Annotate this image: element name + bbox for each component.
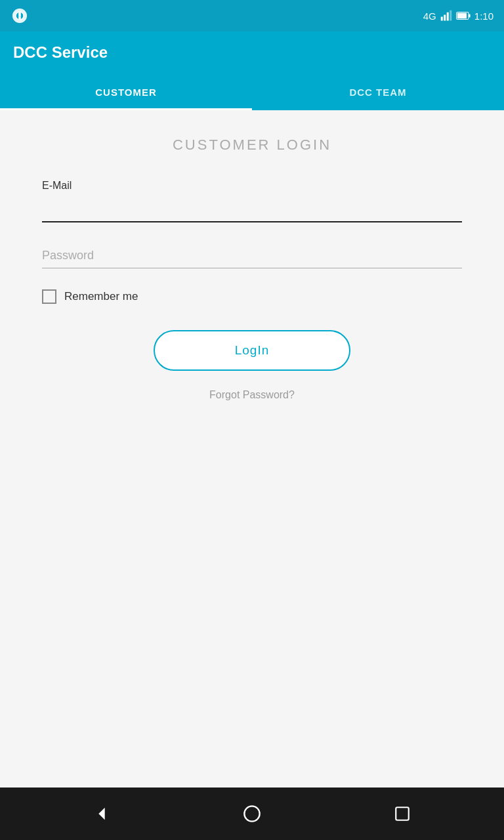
signal-icon — [440, 10, 452, 22]
svg-rect-13 — [396, 807, 410, 820]
email-field-group: E-Mail — [42, 180, 462, 222]
bottom-navigation — [0, 788, 504, 840]
svg-rect-6 — [447, 12, 449, 21]
app-bar: DCC Service — [0, 32, 504, 74]
svg-marker-11 — [98, 808, 104, 820]
tab-dcc-team[interactable]: DCC TEAM — [252, 74, 504, 110]
status-icons: 4G 1:10 — [423, 10, 494, 22]
svg-rect-4 — [441, 17, 443, 21]
email-label: E-Mail — [42, 180, 462, 192]
password-input[interactable] — [42, 243, 462, 268]
back-button[interactable] — [82, 794, 121, 833]
remember-label: Remember me — [64, 290, 138, 303]
signal-text: 4G — [423, 10, 436, 22]
svg-point-12 — [244, 806, 259, 821]
forgot-password-link[interactable]: Forgot Password? — [42, 389, 462, 401]
recents-button[interactable] — [383, 794, 422, 833]
password-field-group — [42, 243, 462, 268]
tab-customer[interactable]: CUSTOMER — [0, 74, 252, 110]
svg-rect-3 — [19, 17, 20, 18]
login-button[interactable]: LogIn — [154, 330, 350, 371]
svg-rect-7 — [450, 10, 452, 21]
recents-icon — [394, 805, 411, 822]
email-input[interactable] — [42, 197, 462, 222]
home-button[interactable] — [232, 794, 272, 833]
login-form: E-Mail Remember me LogIn Forgot Password… — [42, 180, 462, 401]
main-content: CUSTOMER LOGIN E-Mail Remember me LogIn … — [0, 110, 504, 788]
battery-icon — [456, 10, 471, 22]
login-title: CUSTOMER LOGIN — [173, 136, 331, 154]
back-icon — [93, 805, 111, 823]
home-icon — [243, 805, 261, 823]
status-bar-left — [10, 7, 418, 25]
app-title: DCC Service — [13, 43, 108, 62]
time-text: 1:10 — [474, 10, 494, 22]
tabs-container: CUSTOMER DCC TEAM — [0, 74, 504, 110]
remember-checkbox[interactable] — [42, 289, 56, 304]
remember-row: Remember me — [42, 289, 462, 304]
notification-icon — [10, 7, 29, 25]
svg-rect-2 — [19, 12, 20, 16]
svg-rect-9 — [469, 14, 471, 17]
svg-rect-10 — [457, 13, 466, 18]
status-bar: 4G 1:10 — [0, 0, 504, 32]
svg-rect-5 — [444, 15, 446, 21]
